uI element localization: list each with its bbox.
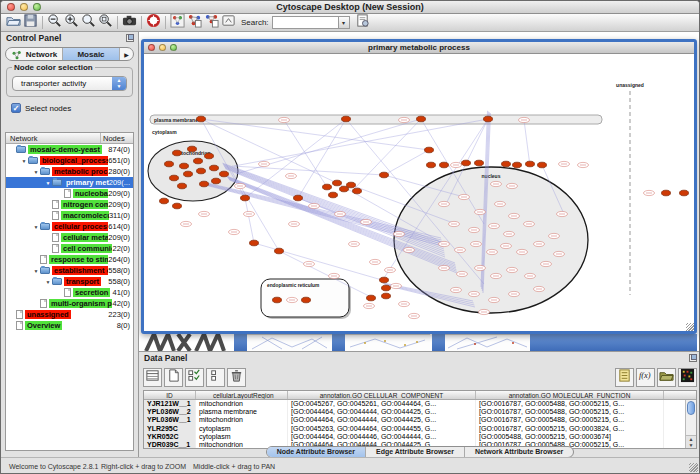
zoom-fit-button[interactable] <box>97 15 114 31</box>
background-window-fragment[interactable] <box>445 334 530 351</box>
table-scrollbar[interactable]: ▲▼ <box>685 400 696 448</box>
tree-row[interactable]: nitrogen compo209(0) <box>6 199 133 210</box>
tree-row[interactable]: Overview8(0) <box>6 320 133 331</box>
gene-node[interactable] <box>538 162 547 168</box>
gene-node[interactable] <box>342 116 351 122</box>
tree-row[interactable]: unassigned223(0) <box>6 309 133 320</box>
formula-button[interactable]: f(x) <box>636 368 655 387</box>
node-color-dropdown[interactable]: transporter activity ▲▼ <box>12 76 127 91</box>
tree-row[interactable]: ▼primary metabo209(... <box>6 177 133 188</box>
vizmapper-button[interactable] <box>169 15 186 31</box>
column-header[interactable]: ID <box>144 391 196 399</box>
search-dropdown-button[interactable]: ▾ <box>338 16 350 29</box>
tree-row[interactable]: ▼transport558(0) <box>6 276 133 287</box>
gene-node[interactable] <box>680 190 689 196</box>
gene-node[interactable] <box>380 277 389 283</box>
gene-node[interactable] <box>197 168 206 174</box>
tree-row[interactable]: ▼metabolic process280(0) <box>6 166 133 177</box>
settings-button[interactable] <box>220 15 237 31</box>
gene-node[interactable] <box>188 146 197 152</box>
gene-node[interactable] <box>526 161 535 167</box>
scrollbar-thumb[interactable] <box>687 401 695 415</box>
background-window-fragment[interactable] <box>332 334 345 351</box>
gene-node[interactable] <box>380 172 389 178</box>
gene-node[interactable] <box>513 162 522 168</box>
table-row[interactable]: YPL036W__1mitochondrion[GO:0044464, GO:0… <box>144 416 696 424</box>
tree-row[interactable]: ▼cellular process614(0) <box>6 221 133 232</box>
create-network-button[interactable] <box>186 15 203 31</box>
tree-row[interactable]: mosaic-demo-yeast874(0) <box>6 144 133 155</box>
help-button[interactable] <box>145 15 162 31</box>
gene-node[interactable] <box>184 171 193 177</box>
camera-button[interactable] <box>121 15 138 31</box>
delete-attribute-button[interactable] <box>227 368 246 387</box>
tree-row[interactable]: ▼biological_process651(0) <box>6 155 133 166</box>
gene-node[interactable] <box>367 295 376 301</box>
expander-icon[interactable]: ▼ <box>44 279 52 285</box>
expander-icon[interactable]: ▼ <box>32 268 40 274</box>
network-view-titlebar[interactable]: primary metabolic process <box>144 42 694 54</box>
tab-overflow-arrow[interactable]: ▶ <box>120 48 133 60</box>
attribute-list-button[interactable] <box>615 368 634 387</box>
gene-node[interactable] <box>302 297 311 303</box>
network-resize-grip[interactable] <box>686 323 694 331</box>
network-canvas[interactable]: plasma membranecytoplasmmitochondrionnuc… <box>144 54 694 331</box>
background-window-fragment[interactable] <box>247 334 332 351</box>
attribute-table-header[interactable]: ID_cellularLayoutRegionannotation.GO CEL… <box>144 391 696 400</box>
gene-node[interactable] <box>323 184 332 190</box>
zoom-in-button[interactable] <box>63 15 80 31</box>
gene-node[interactable] <box>417 116 426 122</box>
annotation-button[interactable] <box>354 15 371 31</box>
gene-node[interactable] <box>484 116 493 122</box>
tree-row[interactable]: macromolecule311(0) <box>6 210 133 221</box>
table-row[interactable]: YJR121W__1mitochondrion[GO:0045267, GO:0… <box>144 400 696 408</box>
gene-node[interactable] <box>220 171 229 177</box>
tree-header[interactable]: Network Nodes <box>6 133 133 144</box>
import-network-button[interactable] <box>203 15 220 31</box>
gene-node[interactable] <box>662 190 671 196</box>
float-panel-icon[interactable] <box>126 34 134 42</box>
background-window-fragment[interactable] <box>345 334 430 351</box>
select-columns-button[interactable] <box>185 368 204 387</box>
column-header[interactable]: annotation.GO MOLECULAR_FUNCTION <box>476 391 664 399</box>
tab-network[interactable]: Network <box>6 48 63 60</box>
tab-network-attribute-browser[interactable]: Network Attribute Browser <box>465 447 573 457</box>
tab-node-attribute-browser[interactable]: Node Attribute Browser <box>267 447 366 457</box>
select-nodes-checkbox[interactable]: ✓ <box>11 103 21 113</box>
gene-node[interactable] <box>160 198 169 204</box>
table-row[interactable]: YLR295Ccytoplasm[GO:0045263, GO:0044464,… <box>144 425 696 433</box>
gene-node[interactable] <box>382 285 391 291</box>
gene-node[interactable] <box>294 195 303 201</box>
background-window-fragment[interactable] <box>530 334 697 351</box>
background-window-fragment[interactable] <box>234 334 247 351</box>
gene-node[interactable] <box>273 297 282 303</box>
expander-icon[interactable]: ▼ <box>20 158 28 164</box>
open-folder-button[interactable] <box>5 15 22 31</box>
gene-node[interactable] <box>275 248 284 254</box>
zoom-selected-button[interactable] <box>80 15 97 31</box>
window-resize-grip[interactable] <box>689 463 698 472</box>
import-attributes-button[interactable] <box>657 368 676 387</box>
gene-node[interactable] <box>347 182 356 188</box>
expander-icon[interactable]: ▼ <box>32 169 40 175</box>
gene-node[interactable] <box>250 240 259 246</box>
tree-row[interactable]: cell communicat22(0) <box>6 243 133 254</box>
table-row[interactable]: YKR052Ccytoplasm[GO:0044464, GO:0044446,… <box>144 433 696 441</box>
gene-node[interactable] <box>205 153 214 159</box>
gene-node[interactable] <box>180 163 189 169</box>
save-button[interactable] <box>22 15 39 31</box>
zoom-out-button[interactable] <box>46 15 63 31</box>
gene-node[interactable] <box>440 162 449 168</box>
search-input[interactable] <box>272 16 338 29</box>
expander-icon[interactable]: ▼ <box>44 180 52 186</box>
gene-node[interactable] <box>425 147 434 153</box>
expander-icon[interactable]: ▼ <box>32 224 40 230</box>
attribute-table-button[interactable] <box>143 368 162 387</box>
tree-row[interactable]: secretion41(0) <box>6 287 133 298</box>
column-header[interactable]: annotation.GO CELLULAR_COMPONENT <box>288 391 476 399</box>
gene-node[interactable] <box>241 195 250 201</box>
gene-node[interactable] <box>329 192 338 198</box>
heatmap-button[interactable] <box>678 368 697 387</box>
float-panel-icon[interactable] <box>689 354 697 362</box>
gene-node[interactable] <box>353 188 362 194</box>
